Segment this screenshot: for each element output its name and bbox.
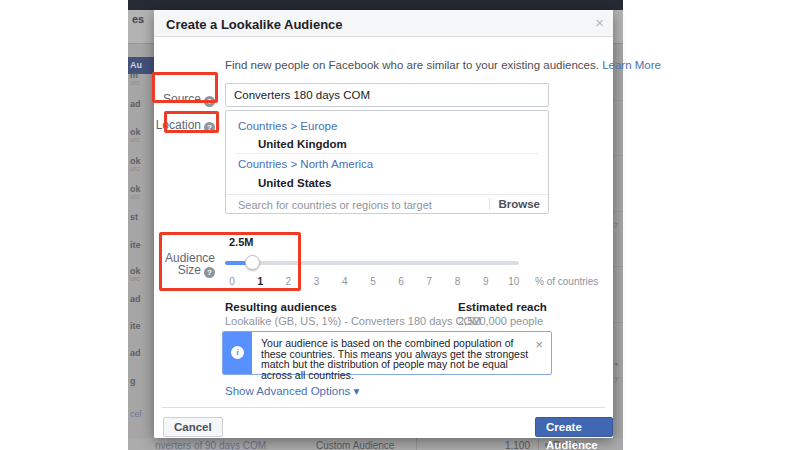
location-label: Location? — [154, 118, 215, 133]
source-label-text: Source — [163, 92, 201, 106]
list-divider — [236, 153, 538, 154]
tick-label: 7 — [422, 276, 436, 287]
bg-fragment: ite — [130, 321, 141, 331]
bg-row-audience-type: Custom Audience — [316, 440, 394, 450]
learn-more-link[interactable]: Learn More — [602, 59, 661, 71]
bg-row-line — [613, 322, 623, 323]
location-label-text: Location — [156, 118, 201, 132]
slider-track[interactable] — [225, 261, 519, 265]
slider-value-tooltip: 2.5M — [229, 236, 253, 248]
bg-column-divider — [538, 438, 539, 450]
create-lookalike-audience-modal: Create a Lookalike Audience × Find new p… — [154, 10, 613, 438]
info-icon: i — [231, 346, 244, 359]
estimated-reach-value: 2,520,000 people — [458, 315, 543, 327]
source-input[interactable]: Converters 180 days COM — [225, 83, 549, 107]
footer-divider — [162, 407, 605, 408]
tick-label-selected: 1 — [253, 276, 267, 287]
slider-thumb[interactable] — [245, 255, 260, 270]
slider-unit-label: % of countries — [535, 276, 598, 287]
bg-fragment: ad — [130, 348, 141, 358]
location-search-input[interactable]: Search for countries or regions to targe… — [238, 199, 432, 211]
bg-fragment: g — [130, 376, 136, 386]
bg-row-line — [613, 100, 623, 101]
help-icon[interactable]: ? — [204, 96, 215, 107]
help-icon[interactable]: ? — [204, 122, 215, 133]
bg-fragment: urc — [130, 136, 140, 143]
background-right-table-strip: 7 ● 7 — [613, 10, 623, 450]
help-icon[interactable]: ? — [204, 267, 215, 278]
location-list-box: Countries > Europe United Kingdom Countr… — [225, 110, 549, 214]
screenshot-root: es Au m urc ad ok urc ok urc ok urc st i… — [0, 0, 800, 450]
modal-description: Find new people on Facebook who are simi… — [225, 59, 661, 71]
estimated-reach-heading: Estimated reach — [458, 301, 547, 313]
info-note-text: Your audience is based on the combined p… — [261, 338, 539, 380]
modal-header: Create a Lookalike Audience × — [154, 10, 613, 37]
slider-tick-labels: 0 1 2 3 4 5 6 7 8 9 10 — [225, 276, 521, 287]
background-top-nav-bar — [128, 0, 623, 10]
tick-label: 6 — [394, 276, 408, 287]
bg-fragment: ad — [130, 99, 141, 109]
audience-size-slider-area: 2.5M 0 1 2 3 4 5 6 7 8 9 10 % of countri… — [225, 236, 605, 292]
bg-row-audience-name: nverters of 90 days COM — [155, 440, 266, 450]
bg-fragment: urc — [130, 165, 140, 172]
info-note-box: i Your audience is based on the combined… — [222, 331, 552, 375]
location-search-row: Search for countries or regions to targe… — [226, 194, 548, 213]
background-header-band — [613, 10, 623, 44]
cancel-button[interactable]: Cancel — [163, 417, 223, 437]
bg-fragment: urc — [130, 79, 140, 86]
location-country[interactable]: United Kingdom — [258, 138, 347, 150]
location-country[interactable]: United States — [258, 177, 332, 189]
info-note-stripe: i — [223, 332, 252, 374]
resulting-audiences-value: Lookalike (GB, US, 1%) - Converters 180 … — [225, 315, 481, 327]
tick-label: 10 — [507, 276, 521, 287]
audience-size-label: Audience Size? — [154, 252, 215, 278]
close-icon[interactable]: × — [595, 14, 604, 31]
bg-fragment: cel — [130, 409, 142, 419]
browse-button[interactable]: Browse — [489, 198, 540, 210]
tick-label: 5 — [366, 276, 380, 287]
bg-row-line — [613, 211, 623, 212]
bg-fragment: ● — [614, 360, 618, 367]
tick-label: 3 — [310, 276, 324, 287]
bg-fragment: st — [130, 212, 138, 222]
location-region-link[interactable]: Countries > Europe — [238, 120, 337, 132]
bg-fragment: ite — [130, 240, 141, 250]
tick-label: 0 — [225, 276, 239, 287]
create-audience-button[interactable]: Create Audience — [535, 417, 613, 437]
tick-label: 2 — [281, 276, 295, 287]
resulting-audiences-heading: Resulting audiences — [225, 301, 337, 313]
modal-title: Create a Lookalike Audience — [166, 17, 343, 32]
tick-label: 9 — [479, 276, 493, 287]
note-close-icon[interactable]: × — [535, 337, 543, 352]
show-advanced-options-link[interactable]: Show Advanced Options ▾ — [225, 384, 359, 398]
bg-fragment: ad — [130, 294, 141, 304]
bg-fragment: urc — [130, 275, 140, 282]
bg-row-line — [613, 155, 623, 156]
bg-fragment: es — [132, 13, 144, 25]
audience-size-label-line2: Size — [178, 263, 201, 277]
tick-label: 8 — [451, 276, 465, 287]
bg-column-divider — [416, 438, 417, 450]
bg-fragment: urc — [130, 193, 140, 200]
background-left-table-strip: es Au m urc ad ok urc ok urc ok urc st i… — [128, 10, 154, 450]
tick-label: 4 — [338, 276, 352, 287]
source-label: Source? — [154, 92, 215, 107]
location-region-link[interactable]: Countries > North America — [238, 158, 373, 170]
bg-fragment: 7 — [614, 377, 618, 384]
bg-fragment: 7 — [614, 222, 618, 229]
bg-row-line — [613, 266, 623, 267]
description-text: Find new people on Facebook who are simi… — [225, 59, 599, 71]
bg-row-audience-size: 1,100 — [470, 440, 530, 450]
